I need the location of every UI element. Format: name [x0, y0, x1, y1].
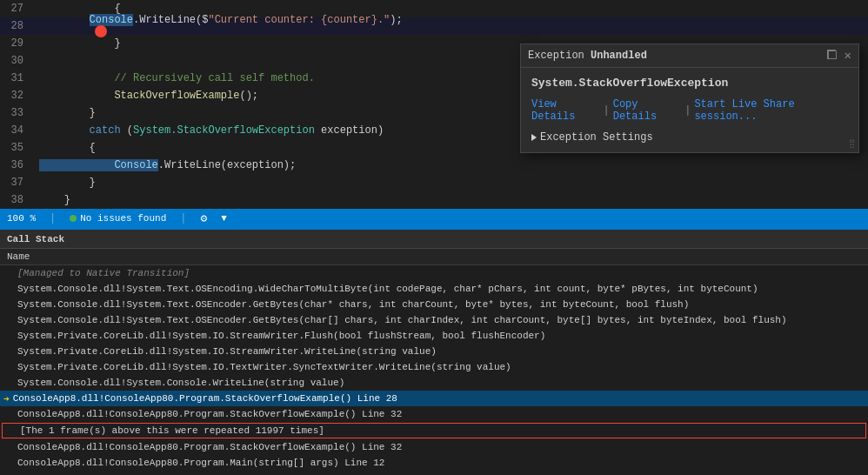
line-content-37: } — [30, 177, 868, 189]
line-num-32: 32 — [0, 90, 30, 102]
exception-header: Exception Unhandled ⧠ ✕ — [521, 44, 858, 68]
stack-row-7[interactable]: System.Console.dll!System.Console.WriteL… — [0, 375, 868, 391]
stack-row-10[interactable]: ConsoleApp8.dll!ConsoleApp80.Program.Sta… — [0, 439, 868, 455]
stack-row-managed[interactable]: [Managed to Native Transition] — [0, 265, 868, 281]
green-dot-icon — [70, 215, 77, 222]
code-editor: 27 { 28 Console.WriteLine($"Current coun… — [0, 0, 868, 209]
exception-controls: ⧠ ✕ — [825, 50, 851, 62]
status-divider2: | — [180, 212, 186, 224]
line-num-29: 29 — [0, 37, 30, 50]
stack-row-6-text: System.Private.CoreLib.dll!System.IO.Tex… — [17, 362, 511, 372]
no-issues-label: No issues found — [80, 213, 166, 224]
managed-label: [Managed to Native Transition] — [17, 268, 190, 278]
status-bar: 100 % | No issues found | ⚙ ▼ — [0, 209, 868, 228]
stack-row-3-text: System.Console.dll!System.Text.OSEncoder… — [17, 315, 787, 325]
stack-row-7-text: System.Console.dll!System.Console.WriteL… — [17, 378, 344, 388]
stack-row-active-text: ConsoleApp8.dll!ConsoleApp80.Program.Sta… — [13, 393, 397, 404]
status-divider1: | — [50, 212, 56, 224]
stack-row-6[interactable]: System.Private.CoreLib.dll!System.IO.Tex… — [0, 359, 868, 375]
stack-row-1-text: System.Console.dll!System.Text.OSEncodin… — [17, 284, 758, 294]
stack-row-11[interactable]: ConsoleApp8.dll!ConsoleApp80.Program.Mai… — [0, 455, 868, 471]
gear-icon[interactable]: ⚙ — [200, 211, 207, 225]
exception-popup: Exception Unhandled ⧠ ✕ System.StackOver… — [520, 43, 859, 153]
repeated-label: [The 1 frame(s) above this were repeated… — [20, 425, 324, 436]
code-line-38: 38 } — [0, 191, 868, 209]
stack-row-9[interactable]: ConsoleApp8.dll!ConsoleApp80.Program.Sta… — [0, 406, 868, 422]
exception-settings[interactable]: Exception Settings — [531, 131, 848, 144]
exception-minimize-button[interactable]: ⧠ — [825, 50, 838, 62]
line-num-27: 27 — [0, 3, 30, 15]
line-num-34: 34 — [0, 124, 30, 137]
line-num-36: 36 — [0, 159, 30, 171]
line-num-33: 33 — [0, 107, 30, 119]
call-stack-header: Call Stack — [0, 230, 868, 249]
exception-title: Exception Unhandled — [528, 50, 647, 62]
line-num-35: 35 — [0, 142, 30, 154]
stack-row-1[interactable]: System.Console.dll!System.Text.OSEncodin… — [0, 281, 868, 297]
triangle-icon — [531, 134, 537, 141]
stack-row-10-text: ConsoleApp8.dll!ConsoleApp80.Program.Sta… — [17, 442, 402, 452]
line-num-31: 31 — [0, 72, 30, 84]
view-details-link[interactable]: View Details — [531, 98, 600, 123]
stack-row-5-text: System.Private.CoreLib.dll!System.IO.Str… — [17, 346, 437, 357]
call-stack-panel: Call Stack Name [Managed to Native Trans… — [0, 228, 868, 475]
sep2: | — [684, 104, 691, 117]
code-line-36: 36 Console.WriteLine(exception); — [0, 157, 868, 174]
exception-body: System.StackOverflowException View Detai… — [521, 68, 858, 152]
status-no-issues: No issues found — [70, 213, 166, 224]
code-line-37: 37 } — [0, 174, 868, 191]
arrow-icon: ➜ — [3, 393, 10, 405]
line-num-38: 38 — [0, 194, 30, 206]
line-num-30: 30 — [0, 55, 30, 67]
stack-row-4-text: System.Private.CoreLib.dll!System.IO.Str… — [17, 331, 545, 341]
stack-row-9-text: ConsoleApp8.dll!ConsoleApp80.Program.Sta… — [17, 409, 402, 419]
exception-unhandled-label: Unhandled — [591, 50, 647, 62]
stack-row-5[interactable]: System.Private.CoreLib.dll!System.IO.Str… — [0, 344, 868, 359]
exception-links: View Details | Copy Details | Start Live… — [531, 98, 848, 123]
stack-row-active[interactable]: ➜ ConsoleApp8.dll!ConsoleApp80.Program.S… — [0, 391, 868, 406]
call-stack-title: Call Stack — [7, 234, 64, 244]
stack-row-2-text: System.Console.dll!System.Text.OSEncoder… — [17, 299, 689, 310]
zoom-level: 100 % — [7, 213, 36, 224]
code-line-28: 28 Console.WriteLine($"Current counter: … — [0, 17, 868, 35]
call-stack-table[interactable]: Name [Managed to Native Transition] Syst… — [0, 249, 868, 475]
exception-settings-label: Exception Settings — [540, 131, 653, 144]
stack-row-11-text: ConsoleApp8.dll!ConsoleApp80.Program.Mai… — [17, 458, 384, 468]
exception-close-button[interactable]: ✕ — [845, 50, 851, 62]
copy-details-link[interactable]: Copy Details — [613, 98, 682, 123]
line-content-38: } — [30, 194, 868, 206]
stack-row-2[interactable]: System.Console.dll!System.Text.OSEncoder… — [0, 297, 868, 312]
resize-handle: ⣿ — [849, 138, 855, 149]
live-share-link[interactable]: Start Live Share session... — [694, 98, 848, 123]
stack-row-3[interactable]: System.Console.dll!System.Text.OSEncoder… — [0, 312, 868, 328]
nav-arrow: ▼ — [221, 213, 227, 224]
exception-type-label: System.StackOverflowException — [531, 77, 848, 90]
stack-row-repeated[interactable]: [The 1 frame(s) above this were repeated… — [2, 423, 866, 438]
stack-row-4[interactable]: System.Private.CoreLib.dll!System.IO.Str… — [0, 328, 868, 344]
line-num-28: 28 — [0, 20, 30, 32]
line-content-36: Console.WriteLine(exception); — [30, 159, 868, 171]
line-num-37: 37 — [0, 177, 30, 189]
sep1: | — [604, 104, 610, 117]
column-header-name: Name — [0, 249, 868, 265]
